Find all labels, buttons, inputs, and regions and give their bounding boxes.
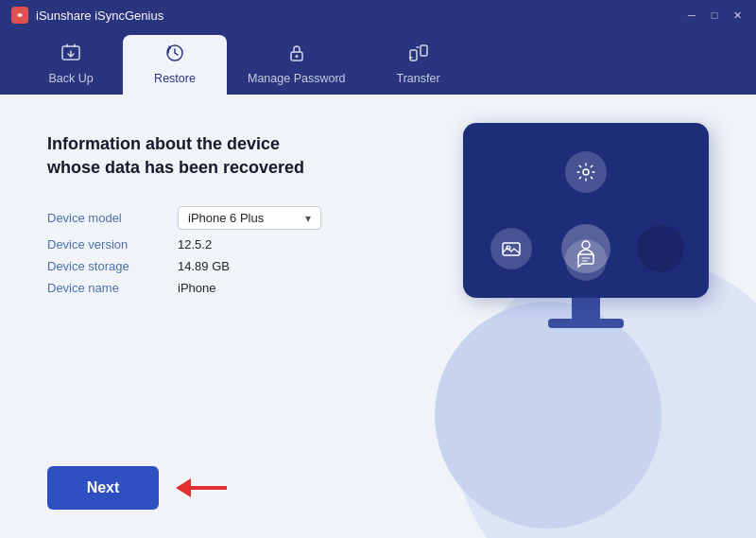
restore-label: Restore xyxy=(154,72,196,85)
main-content: Information about the device whose data … xyxy=(0,95,756,538)
backup-label: Back Up xyxy=(48,72,93,85)
settings-icon xyxy=(565,151,607,193)
device-model-value: iPhone 6 Plus xyxy=(188,211,264,225)
label-device-version: Device version xyxy=(47,237,170,252)
arrow-indicator xyxy=(176,478,227,497)
tab-backup[interactable]: Back Up xyxy=(19,35,123,95)
monitor-base xyxy=(548,319,624,328)
next-btn-row: Next xyxy=(47,466,321,510)
device-version-value: 12.5.2 xyxy=(178,237,321,252)
info-heading: Information about the device whose data … xyxy=(47,132,312,180)
maximize-button[interactable]: □ xyxy=(707,8,722,23)
close-button[interactable]: ✕ xyxy=(730,8,745,23)
left-panel: Information about the device whose data … xyxy=(0,95,359,538)
label-device-model: Device model xyxy=(47,206,170,230)
manage-password-icon xyxy=(286,43,307,68)
next-button[interactable]: Next xyxy=(47,466,159,510)
chat-icon xyxy=(565,239,607,281)
device-storage-value: 14.89 GB xyxy=(178,259,321,273)
arrow-shaft xyxy=(191,486,227,490)
minimize-button[interactable]: ─ xyxy=(684,8,699,23)
window-controls: ─ □ ✕ xyxy=(684,8,745,23)
label-device-name: Device name xyxy=(47,281,170,295)
chevron-down-icon: ▾ xyxy=(305,212,311,225)
backup-icon xyxy=(60,43,81,68)
device-name-value: iPhone xyxy=(178,281,321,295)
svg-point-7 xyxy=(583,169,589,175)
transfer-label: Transfer xyxy=(396,72,439,85)
device-info-table: Device model iPhone 6 Plus ▾ Device vers… xyxy=(47,206,321,295)
restore-icon xyxy=(164,43,185,68)
blob-medium xyxy=(435,302,662,529)
title-bar: iSunshare iSyncGenius ─ □ ✕ xyxy=(0,0,756,30)
svg-rect-6 xyxy=(410,50,417,61)
title-bar-left: iSunshare iSyncGenius xyxy=(11,7,163,24)
tab-restore[interactable]: Restore xyxy=(123,35,227,95)
monitor-neck xyxy=(572,298,600,319)
tab-manage-password[interactable]: Manage Password xyxy=(227,35,367,95)
app-title: iSunshare iSyncGenius xyxy=(36,9,163,23)
monitor-screen xyxy=(463,123,709,298)
transfer-icon xyxy=(408,43,429,68)
arrow-head xyxy=(176,478,191,497)
bottom-icons-row xyxy=(463,239,709,281)
app-icon xyxy=(11,7,28,24)
device-model-dropdown[interactable]: iPhone 6 Plus ▾ xyxy=(178,206,321,230)
svg-rect-5 xyxy=(421,45,427,56)
nav-bar: Back Up Restore Manage Password xyxy=(0,30,756,95)
svg-point-4 xyxy=(295,55,298,58)
right-panel xyxy=(359,95,756,538)
manage-password-label: Manage Password xyxy=(248,72,346,85)
label-device-storage: Device storage xyxy=(47,259,170,273)
monitor-illustration xyxy=(463,123,709,328)
tab-transfer[interactable]: Transfer xyxy=(367,35,471,95)
